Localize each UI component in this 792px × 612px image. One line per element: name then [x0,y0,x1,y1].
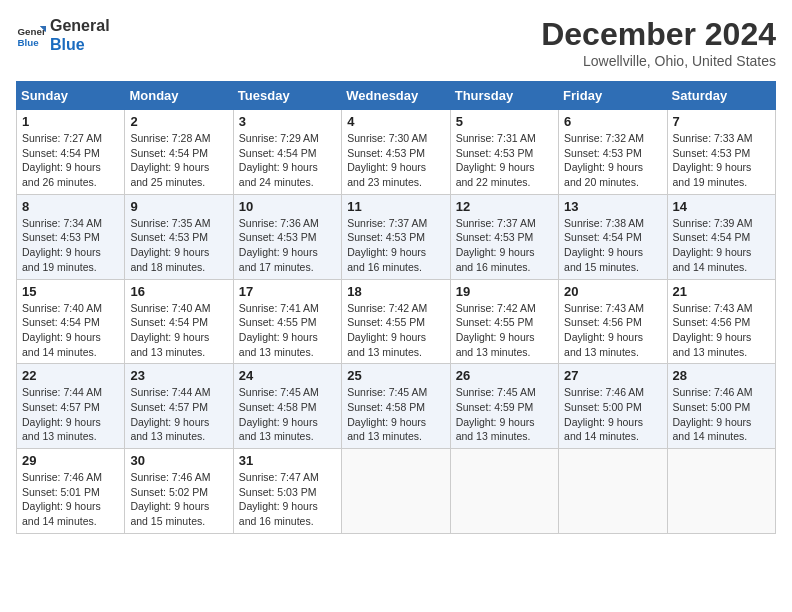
daylight-label: Daylight: 9 hours and 13 minutes. [673,331,752,358]
day-info: Sunrise: 7:37 AM Sunset: 4:53 PM Dayligh… [347,216,444,275]
day-number: 22 [22,368,119,383]
day-info: Sunrise: 7:36 AM Sunset: 4:53 PM Dayligh… [239,216,336,275]
daylight-label: Daylight: 9 hours and 16 minutes. [347,246,426,273]
day-info: Sunrise: 7:41 AM Sunset: 4:55 PM Dayligh… [239,301,336,360]
daylight-label: Daylight: 9 hours and 14 minutes. [22,500,101,527]
daylight-label: Daylight: 9 hours and 15 minutes. [130,500,209,527]
sunrise-label: Sunrise: 7:40 AM [130,302,210,314]
calendar-day-cell: 24 Sunrise: 7:45 AM Sunset: 4:58 PM Dayl… [233,364,341,449]
sunset-label: Sunset: 4:53 PM [347,231,425,243]
sunset-label: Sunset: 5:00 PM [564,401,642,413]
day-number: 16 [130,284,227,299]
daylight-label: Daylight: 9 hours and 23 minutes. [347,161,426,188]
empty-cell [667,449,775,534]
sunrise-label: Sunrise: 7:46 AM [673,386,753,398]
calendar-header-sunday: Sunday [17,82,125,110]
day-info: Sunrise: 7:43 AM Sunset: 4:56 PM Dayligh… [564,301,661,360]
empty-cell [450,449,558,534]
sunset-label: Sunset: 5:02 PM [130,486,208,498]
calendar-week-row: 29 Sunrise: 7:46 AM Sunset: 5:01 PM Dayl… [17,449,776,534]
day-info: Sunrise: 7:45 AM Sunset: 4:58 PM Dayligh… [239,385,336,444]
sunrise-label: Sunrise: 7:44 AM [22,386,102,398]
title-section: December 2024 Lowellville, Ohio, United … [541,16,776,69]
sunset-label: Sunset: 4:55 PM [239,316,317,328]
sunrise-label: Sunrise: 7:40 AM [22,302,102,314]
calendar-header-friday: Friday [559,82,667,110]
sunrise-label: Sunrise: 7:36 AM [239,217,319,229]
sunset-label: Sunset: 4:57 PM [130,401,208,413]
day-number: 28 [673,368,770,383]
day-info: Sunrise: 7:42 AM Sunset: 4:55 PM Dayligh… [456,301,553,360]
daylight-label: Daylight: 9 hours and 13 minutes. [239,416,318,443]
sunset-label: Sunset: 4:55 PM [456,316,534,328]
daylight-label: Daylight: 9 hours and 13 minutes. [564,331,643,358]
calendar-day-cell: 25 Sunrise: 7:45 AM Sunset: 4:58 PM Dayl… [342,364,450,449]
sunrise-label: Sunrise: 7:45 AM [239,386,319,398]
sunset-label: Sunset: 4:56 PM [673,316,751,328]
daylight-label: Daylight: 9 hours and 18 minutes. [130,246,209,273]
empty-cell [559,449,667,534]
calendar-header-saturday: Saturday [667,82,775,110]
svg-text:Blue: Blue [18,37,40,48]
day-number: 19 [456,284,553,299]
day-info: Sunrise: 7:45 AM Sunset: 4:59 PM Dayligh… [456,385,553,444]
day-info: Sunrise: 7:30 AM Sunset: 4:53 PM Dayligh… [347,131,444,190]
sunset-label: Sunset: 4:53 PM [673,147,751,159]
sunrise-label: Sunrise: 7:33 AM [673,132,753,144]
day-info: Sunrise: 7:31 AM Sunset: 4:53 PM Dayligh… [456,131,553,190]
calendar-day-cell: 10 Sunrise: 7:36 AM Sunset: 4:53 PM Dayl… [233,194,341,279]
day-info: Sunrise: 7:38 AM Sunset: 4:54 PM Dayligh… [564,216,661,275]
sunset-label: Sunset: 5:00 PM [673,401,751,413]
sunrise-label: Sunrise: 7:45 AM [456,386,536,398]
day-info: Sunrise: 7:46 AM Sunset: 5:02 PM Dayligh… [130,470,227,529]
calendar-day-cell: 28 Sunrise: 7:46 AM Sunset: 5:00 PM Dayl… [667,364,775,449]
day-info: Sunrise: 7:46 AM Sunset: 5:01 PM Dayligh… [22,470,119,529]
calendar-header-wednesday: Wednesday [342,82,450,110]
daylight-label: Daylight: 9 hours and 13 minutes. [130,416,209,443]
daylight-label: Daylight: 9 hours and 15 minutes. [564,246,643,273]
sunset-label: Sunset: 4:53 PM [130,231,208,243]
day-number: 11 [347,199,444,214]
sunset-label: Sunset: 5:03 PM [239,486,317,498]
calendar-day-cell: 6 Sunrise: 7:32 AM Sunset: 4:53 PM Dayli… [559,110,667,195]
calendar-week-row: 15 Sunrise: 7:40 AM Sunset: 4:54 PM Dayl… [17,279,776,364]
day-info: Sunrise: 7:40 AM Sunset: 4:54 PM Dayligh… [130,301,227,360]
daylight-label: Daylight: 9 hours and 19 minutes. [22,246,101,273]
day-number: 5 [456,114,553,129]
sunset-label: Sunset: 5:01 PM [22,486,100,498]
sunset-label: Sunset: 4:55 PM [347,316,425,328]
sunrise-label: Sunrise: 7:46 AM [564,386,644,398]
daylight-label: Daylight: 9 hours and 14 minutes. [564,416,643,443]
day-number: 17 [239,284,336,299]
sunset-label: Sunset: 4:54 PM [673,231,751,243]
calendar-day-cell: 26 Sunrise: 7:45 AM Sunset: 4:59 PM Dayl… [450,364,558,449]
logo: General Blue General Blue [16,16,110,54]
day-number: 25 [347,368,444,383]
day-info: Sunrise: 7:40 AM Sunset: 4:54 PM Dayligh… [22,301,119,360]
day-number: 23 [130,368,227,383]
day-info: Sunrise: 7:47 AM Sunset: 5:03 PM Dayligh… [239,470,336,529]
day-info: Sunrise: 7:44 AM Sunset: 4:57 PM Dayligh… [22,385,119,444]
day-number: 1 [22,114,119,129]
day-number: 21 [673,284,770,299]
sunset-label: Sunset: 4:54 PM [130,147,208,159]
day-info: Sunrise: 7:34 AM Sunset: 4:53 PM Dayligh… [22,216,119,275]
sunset-label: Sunset: 4:53 PM [347,147,425,159]
calendar-header-row: SundayMondayTuesdayWednesdayThursdayFrid… [17,82,776,110]
day-number: 13 [564,199,661,214]
day-info: Sunrise: 7:46 AM Sunset: 5:00 PM Dayligh… [673,385,770,444]
daylight-label: Daylight: 9 hours and 14 minutes. [22,331,101,358]
daylight-label: Daylight: 9 hours and 13 minutes. [456,331,535,358]
daylight-label: Daylight: 9 hours and 16 minutes. [456,246,535,273]
sunset-label: Sunset: 4:53 PM [22,231,100,243]
calendar-day-cell: 3 Sunrise: 7:29 AM Sunset: 4:54 PM Dayli… [233,110,341,195]
sunset-label: Sunset: 4:58 PM [239,401,317,413]
calendar-day-cell: 11 Sunrise: 7:37 AM Sunset: 4:53 PM Dayl… [342,194,450,279]
calendar-day-cell: 22 Sunrise: 7:44 AM Sunset: 4:57 PM Dayl… [17,364,125,449]
calendar-day-cell: 17 Sunrise: 7:41 AM Sunset: 4:55 PM Dayl… [233,279,341,364]
day-number: 2 [130,114,227,129]
calendar-day-cell: 2 Sunrise: 7:28 AM Sunset: 4:54 PM Dayli… [125,110,233,195]
calendar-day-cell: 14 Sunrise: 7:39 AM Sunset: 4:54 PM Dayl… [667,194,775,279]
sunset-label: Sunset: 4:53 PM [456,231,534,243]
day-number: 20 [564,284,661,299]
